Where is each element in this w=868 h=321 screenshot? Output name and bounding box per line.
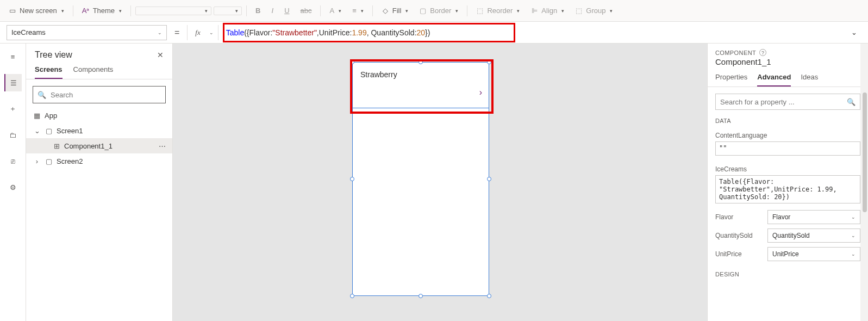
search-icon: 🔍 <box>847 98 855 106</box>
chevron-down-icon: ▾ <box>405 8 408 14</box>
property-select[interactable]: QuantitySold ⌄ <box>767 229 860 243</box>
formula-token: 20 <box>417 28 426 37</box>
underline-button[interactable]: U <box>280 4 294 17</box>
chevron-down-icon: ▾ <box>61 8 64 14</box>
chevron-down-icon: ⌄ <box>851 233 855 238</box>
tools-button[interactable]: ⚙ <box>4 178 22 196</box>
search-icon: 🔍 <box>38 91 46 99</box>
more-button[interactable]: ⋯ <box>159 142 166 150</box>
tree-item-component1-1[interactable]: ⊞ Component1_1 ⋯ <box>26 138 172 153</box>
toolbar-separator <box>320 5 321 16</box>
canvas[interactable]: Strawberry › <box>173 44 707 321</box>
layers-icon: ☰ <box>10 79 17 87</box>
group-button[interactable]: ⬚ Group ▾ <box>571 4 617 17</box>
property-value-input[interactable]: "" <box>715 141 860 156</box>
font-size-select[interactable]: ▾ <box>214 7 242 15</box>
top-toolbar: ▭ New screen ▾ Aᵃ Theme ▾ ▾ ▾ B I U abc … <box>0 0 868 22</box>
scrollbar-thumb[interactable] <box>863 92 867 212</box>
gallery-item-title: Strawberry <box>360 70 481 79</box>
tree-item-screen2[interactable]: › ▢ Screen2 <box>26 153 172 169</box>
fill-button[interactable]: ◇ Fill ▾ <box>377 4 413 17</box>
property-name: IceCreams <box>11 28 46 36</box>
toolbar-separator <box>218 25 218 40</box>
bold-button[interactable]: B <box>251 4 265 17</box>
media-button[interactable]: ⎚ <box>4 152 22 170</box>
resize-handle[interactable] <box>350 294 354 298</box>
chevron-down-icon: ▾ <box>235 8 238 14</box>
formula-token: Table <box>226 28 244 37</box>
theme-icon: Aᵃ <box>82 7 90 15</box>
expand-formula-button[interactable]: ⌄ <box>846 28 861 36</box>
component-icon: ⊞ <box>52 141 61 150</box>
border-button[interactable]: ▢ Border ▾ <box>415 4 463 17</box>
tab-components[interactable]: Components <box>73 65 114 79</box>
tree-search[interactable]: 🔍 <box>33 86 166 103</box>
chevron-down-icon: ▾ <box>205 8 208 14</box>
property-select[interactable]: Flavor ⌄ <box>767 210 860 224</box>
help-icon[interactable]: ? <box>759 49 766 56</box>
align-label: Align <box>541 7 557 15</box>
border-label: Border <box>430 7 451 15</box>
formula-token: ({Flavor: <box>244 28 272 37</box>
hamburger-button[interactable]: ≡ <box>4 48 22 65</box>
fx-label[interactable]: fx <box>192 28 203 37</box>
resize-handle[interactable] <box>487 177 491 181</box>
tab-ideas[interactable]: Ideas <box>801 70 818 87</box>
tab-advanced[interactable]: Advanced <box>757 70 791 87</box>
monitor-icon: ▭ <box>9 7 16 15</box>
property-label: QuantitySold <box>715 232 763 239</box>
property-label: IceCreams <box>715 162 860 175</box>
tree-item-app[interactable]: ▦ App <box>26 108 172 123</box>
font-color-button[interactable]: A▾ <box>325 4 346 17</box>
font-select[interactable]: ▾ <box>135 7 211 15</box>
strikethrough-button[interactable]: abc <box>296 4 316 17</box>
border-icon: ▢ <box>419 7 427 15</box>
formula-bar: IceCreams ⌄ = fx ⌄ Table({Flavor: "Straw… <box>0 22 868 44</box>
align-icon: ⊫ <box>530 7 538 15</box>
resize-handle[interactable] <box>419 294 423 298</box>
scrollbar-track[interactable] <box>860 44 868 321</box>
text-align-button[interactable]: ≡▾ <box>348 4 368 17</box>
chevron-right-icon[interactable]: › <box>479 88 482 97</box>
property-flavor: Flavor Flavor ⌄ <box>708 208 868 226</box>
property-label: UnitPrice <box>715 250 763 258</box>
component-instance[interactable]: Strawberry › <box>352 62 489 296</box>
property-icecreams: IceCreams Table({Flavor: "Strawbetter",U… <box>708 160 868 208</box>
section-label-design: DESIGN <box>708 269 868 280</box>
reorder-button[interactable]: ⬚ Reorder ▾ <box>472 4 524 17</box>
equals-sign: = <box>171 28 183 38</box>
tree-view-button[interactable]: ☰ <box>4 74 22 91</box>
property-selector[interactable]: IceCreams ⌄ <box>7 25 167 40</box>
property-content-language: ContentLanguage "" <box>708 126 868 160</box>
chevron-down-icon[interactable]: ⌄ <box>209 30 214 35</box>
group-icon: ⬚ <box>575 7 583 15</box>
tree-view-title: Tree view <box>35 50 72 60</box>
database-icon: 🗀 <box>9 131 16 139</box>
resize-handle[interactable] <box>350 177 354 181</box>
new-screen-button[interactable]: ▭ New screen ▾ <box>4 4 68 17</box>
chevron-down-icon: ⌄ <box>851 214 855 220</box>
data-button[interactable]: 🗀 <box>4 126 22 144</box>
chevron-down-icon: ▾ <box>119 8 122 14</box>
property-select[interactable]: UnitPrice ⌄ <box>767 247 860 261</box>
formula-input[interactable]: Table({Flavor: "Strawbetter",UnitPrice: … <box>223 25 842 40</box>
property-value-input[interactable]: Table({Flavor: "Strawbetter",UnitPrice: … <box>715 175 860 203</box>
hamburger-icon: ≡ <box>11 53 15 61</box>
formula-token: ,UnitPrice: <box>317 28 352 37</box>
property-search[interactable]: 🔍 <box>715 94 860 110</box>
chevron-down-icon: ⌄ <box>158 30 162 35</box>
tab-properties[interactable]: Properties <box>715 70 747 87</box>
close-button[interactable]: ✕ <box>157 51 164 59</box>
property-search-input[interactable] <box>720 98 847 106</box>
plus-icon: ＋ <box>9 104 16 114</box>
insert-button[interactable]: ＋ <box>4 100 22 118</box>
chevron-down-icon: ▾ <box>561 8 564 14</box>
tree-search-input[interactable] <box>51 91 161 99</box>
tree-item-screen1[interactable]: ⌄ ▢ Screen1 <box>26 123 172 138</box>
align-button[interactable]: ⊫ Align ▾ <box>526 4 569 17</box>
tab-screens[interactable]: Screens <box>35 65 63 79</box>
theme-button[interactable]: Aᵃ Theme ▾ <box>78 4 126 17</box>
resize-handle[interactable] <box>487 294 491 298</box>
gallery-item[interactable]: Strawberry › <box>353 63 489 108</box>
italic-button[interactable]: I <box>267 4 278 17</box>
